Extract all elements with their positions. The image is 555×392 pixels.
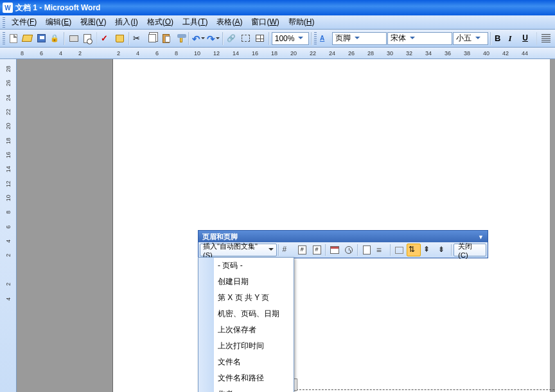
toolbar-handle[interactable] [314, 32, 317, 45]
autotext-item-create-date[interactable]: 创建日期 [198, 274, 294, 290]
autotext-menu: - 页码 - 创建日期 第 X 页 共 Y 页 机密、页码、日期 上次保存者 上… [198, 257, 294, 392]
spell-check-button[interactable] [99, 31, 112, 46]
autotext-item-filename[interactable]: 文件名 [198, 354, 294, 370]
zoom-combo[interactable]: 100% [272, 32, 309, 45]
menu-help[interactable]: 帮助(H) [285, 15, 319, 29]
same-as-previous-button[interactable] [392, 244, 407, 256]
separator [278, 244, 279, 256]
separator [357, 244, 358, 256]
undo-button[interactable] [191, 31, 206, 46]
menu-window[interactable]: 窗口(W) [247, 15, 283, 29]
insert-page-number-button[interactable] [281, 244, 295, 256]
separator [188, 32, 189, 45]
separator [325, 244, 326, 256]
separator [536, 32, 538, 45]
window-title: 文档 1 - Microsoft Word [15, 3, 100, 13]
redo-button[interactable] [206, 31, 220, 46]
insert-autotext-button[interactable]: 插入"自动图文集"(S) [200, 244, 277, 256]
footer-edit-zone[interactable]: 页脚 ⌐ [277, 389, 555, 392]
page[interactable]: 页脚 ⌐ [113, 59, 550, 392]
separator [451, 244, 452, 256]
research-button[interactable] [113, 31, 127, 46]
paste-button[interactable] [159, 31, 173, 46]
open-button[interactable] [21, 31, 34, 46]
align-button[interactable] [539, 31, 552, 46]
insert-hyperlink-button[interactable] [225, 31, 239, 46]
format-painter-button[interactable] [173, 31, 187, 46]
bold-button[interactable]: B [493, 31, 507, 46]
menu-format[interactable]: 格式(O) [143, 15, 177, 29]
cut-button[interactable] [132, 31, 145, 46]
insert-date-button[interactable] [328, 244, 342, 256]
header-footer-title[interactable]: 页眉和页脚 [198, 231, 488, 242]
autotext-item-page-number[interactable]: - 页码 - [198, 258, 294, 274]
vertical-ruler[interactable]: 28262422201816141210864224 [0, 59, 17, 392]
save-button[interactable] [35, 31, 48, 46]
menu-insert[interactable]: 插入(I) [111, 15, 141, 29]
separator [96, 32, 98, 45]
insert-table-button[interactable] [253, 31, 267, 46]
underline-button[interactable]: U [521, 31, 534, 46]
toolbar-options-icon[interactable] [478, 233, 484, 240]
separator [390, 244, 391, 256]
separator [490, 32, 491, 45]
show-next-button[interactable] [436, 244, 450, 256]
font-name-combo[interactable]: 宋体 [387, 32, 452, 45]
menu-tools[interactable]: 工具(T) [179, 15, 211, 29]
menu-view[interactable]: 视图(V) [76, 15, 110, 29]
toolbar-handle[interactable] [3, 17, 5, 28]
header-footer-body: 插入"自动图文集"(S) 关闭(C) [198, 242, 488, 258]
autotext-item-author[interactable]: 作者 [198, 386, 294, 392]
horizontal-ruler[interactable]: 8642246810121416182022242628303234363840… [0, 48, 555, 59]
show-previous-button[interactable] [421, 244, 436, 256]
separator [269, 32, 270, 45]
style-combo[interactable]: 页脚 [332, 32, 386, 45]
menu-table[interactable]: 表格(A) [213, 15, 246, 29]
toolbar-handle[interactable] [3, 32, 5, 45]
header-footer-toolbar[interactable]: 页眉和页脚 插入"自动图文集"(S) 关闭(C) [198, 230, 488, 258]
close-header-footer-button[interactable]: 关闭(C) [454, 244, 486, 256]
word-icon: W [3, 3, 13, 13]
page-setup-button[interactable] [360, 244, 374, 256]
autotext-item-filename-path[interactable]: 文件名和路径 [198, 370, 294, 386]
title-bar: W 文档 1 - Microsoft Word [0, 0, 555, 15]
print-button[interactable] [67, 31, 80, 46]
styles-pane-button[interactable] [319, 31, 332, 46]
tables-borders-button[interactable] [240, 31, 253, 46]
italic-button[interactable]: I [507, 31, 520, 46]
format-page-number-button[interactable] [310, 244, 324, 256]
switch-header-footer-button[interactable] [407, 244, 421, 256]
autotext-item-confidential[interactable]: 机密、页码、日期 [198, 306, 294, 322]
print-preview-button[interactable] [81, 31, 94, 46]
new-button[interactable] [7, 31, 21, 46]
menu-bar: 文件(F) 编辑(E) 视图(V) 插入(I) 格式(O) 工具(T) 表格(A… [0, 15, 555, 30]
permission-button[interactable] [49, 31, 62, 46]
separator [222, 32, 224, 45]
autotext-item-last-saved-by[interactable]: 上次保存者 [198, 322, 294, 338]
copy-button[interactable] [145, 31, 159, 46]
separator [128, 32, 130, 45]
insert-page-count-button[interactable] [295, 244, 309, 256]
font-size-combo[interactable]: 小五 [453, 32, 488, 45]
separator [64, 32, 65, 45]
standard-toolbar: 100% 页脚 宋体 小五 B I U [0, 30, 555, 48]
autotext-item-page-x-of-y[interactable]: 第 X 页 共 Y 页 [198, 290, 294, 306]
menu-file[interactable]: 文件(F) [8, 15, 40, 29]
separator [311, 32, 312, 45]
autotext-item-last-printed[interactable]: 上次打印时间 [198, 338, 294, 354]
menu-edit[interactable]: 编辑(E) [42, 15, 75, 29]
insert-time-button[interactable] [342, 244, 357, 256]
show-hide-doc-button[interactable] [374, 244, 389, 256]
